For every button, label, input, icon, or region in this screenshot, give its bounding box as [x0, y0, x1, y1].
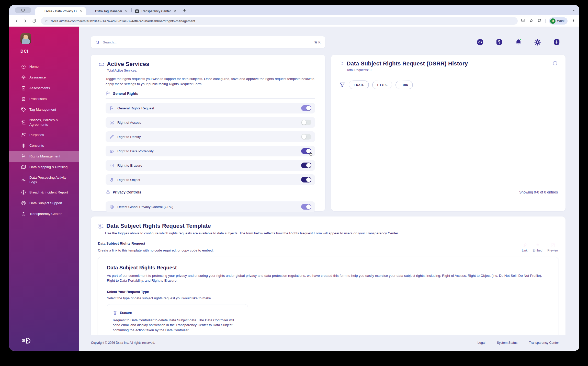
- tab-transparency-center[interactable]: Transparency Center: [132, 7, 179, 15]
- select-request-type-label: Select Your Request Type: [107, 290, 549, 294]
- tab-list-chevron-icon[interactable]: [572, 8, 576, 13]
- entries-count: Showing 0-0 of 0 entries: [339, 190, 558, 194]
- general-rights-section: General Rights: [106, 91, 315, 96]
- sidebar-item-processors[interactable]: Processors: [9, 94, 79, 104]
- service-row-right-to-data-portability[interactable]: Right to Data Portability: [106, 146, 315, 156]
- browser-tab-strip: Dxtra - Data Privacy First Dxtra Tag Man…: [9, 5, 579, 15]
- sidebar-item-rights-management[interactable]: Rights Management: [9, 151, 79, 162]
- extensions-icon[interactable]: [537, 18, 542, 24]
- toggle-right-to-rectify[interactable]: [301, 134, 311, 140]
- tab-close-icon[interactable]: [124, 9, 128, 13]
- service-row-right-to-rectify[interactable]: Right to Rectify: [106, 131, 315, 142]
- forward-button[interactable]: [21, 17, 29, 25]
- footer-link-legal[interactable]: Legal: [472, 341, 491, 345]
- tab-close-icon[interactable]: [79, 9, 83, 13]
- sidebar-item-assurance[interactable]: Assurance: [9, 72, 79, 83]
- settings-gear-icon[interactable]: [534, 39, 541, 46]
- reload-button[interactable]: [30, 17, 38, 25]
- link-help-text: Create a link to this template with no c…: [98, 248, 522, 252]
- template-actions: Link Embed Preview: [522, 243, 558, 252]
- service-label: Detect Global Privacy Control (GPC): [117, 205, 298, 209]
- tab-label: Dxtra Tag Manager: [95, 9, 122, 13]
- profile-avatar: D: [550, 18, 556, 24]
- sidebar-item-breach-report[interactable]: Breach & Incident Report: [9, 187, 79, 198]
- tab-dxtra-tag-manager[interactable]: Dxtra Tag Manager: [86, 7, 131, 15]
- rights-request-template-card: Data Subject Rights Request Template Use…: [91, 216, 566, 351]
- screenshot-stage: Dxtra - Data Privacy First Dxtra Tag Man…: [0, 0, 588, 366]
- filter-type-button[interactable]: + TYPE: [372, 81, 392, 89]
- flag-icon: [109, 106, 114, 111]
- toggle-right-of-access[interactable]: [301, 120, 311, 125]
- dxtra-logo: [9, 333, 79, 351]
- app-footer: Copyright © 2026 Dxtra Inc. All rights r…: [79, 335, 579, 351]
- profile-name: Work: [557, 19, 564, 23]
- sidebar-item-label: Processors: [29, 97, 47, 101]
- site-settings-icon[interactable]: [44, 19, 48, 24]
- toolbar-divider: [545, 19, 546, 23]
- toggle-right-to-object[interactable]: [301, 177, 311, 182]
- sidebar-item-label: Data Subject Support: [29, 201, 62, 205]
- search-input[interactable]: [103, 40, 311, 44]
- profile-chip[interactable]: D Work: [549, 17, 568, 25]
- tab-search-pill[interactable]: [15, 7, 31, 13]
- developer-code-button[interactable]: [477, 39, 484, 46]
- refresh-icon[interactable]: [552, 60, 558, 66]
- sidebar-item-home[interactable]: Home: [9, 61, 79, 72]
- sidebar-item-activity-logs[interactable]: Data Processing Activity Logs: [9, 173, 79, 187]
- main-content: ⌘ K Active Services Total Active: [79, 27, 579, 351]
- active-services-description: Toggle the rights requests you wish to s…: [106, 76, 315, 86]
- toggle-general-rights-request[interactable]: [301, 105, 311, 111]
- service-label: Right to Object: [117, 178, 298, 182]
- search-bar[interactable]: ⌘ K: [91, 36, 325, 48]
- filter-did-button[interactable]: + DID: [395, 81, 413, 89]
- service-row-right-to-object[interactable]: Right to Object: [106, 174, 315, 185]
- install-icon[interactable]: [521, 18, 525, 24]
- tab-close-icon[interactable]: [173, 9, 177, 13]
- flag-icon: [339, 61, 344, 67]
- service-row-right-of-access[interactable]: Right of Access: [106, 117, 315, 128]
- header-actions: [477, 39, 560, 46]
- sidebar-nav: Home Assurance Assessments Processors Ta…: [9, 61, 79, 219]
- back-button[interactable]: [13, 17, 20, 25]
- tab-dxtra-data-privacy[interactable]: Dxtra - Data Privacy First: [35, 7, 86, 15]
- new-tab-button[interactable]: [181, 7, 188, 14]
- sidebar-item-data-mapping[interactable]: Data Mapping & Profiling: [9, 162, 79, 173]
- bookmark-star-icon[interactable]: [529, 18, 534, 24]
- avatar[interactable]: [20, 33, 31, 44]
- erasure-option-card[interactable]: Erasure Request to Data Controller to de…: [107, 304, 248, 339]
- sidebar-item-tag-management[interactable]: Tag Management: [9, 104, 79, 115]
- preview-button[interactable]: Preview: [547, 243, 558, 252]
- service-row-right-to-erasure[interactable]: Right to Erasure: [106, 160, 315, 171]
- service-label: Right to Data Portability: [117, 149, 298, 153]
- menu-dots-icon[interactable]: [571, 18, 576, 24]
- sidebar-item-assessments[interactable]: Assessments: [9, 83, 79, 94]
- action-label: Preview: [547, 249, 558, 252]
- flag-icon: [21, 154, 26, 159]
- option-description: Request to Data Controller to delete Dat…: [113, 318, 242, 333]
- sidebar-item-notices-policies[interactable]: Notices, Policies & Agreements: [9, 115, 79, 130]
- sidebar-item-transparency-center[interactable]: Transparency Center: [9, 209, 79, 219]
- sidebar-item-consents[interactable]: Consents: [9, 140, 79, 151]
- url-bar[interactable]: dxtra.ai/data-controllers/e6b20ea2-1a7a-…: [41, 17, 518, 25]
- link-button[interactable]: Link: [522, 243, 527, 252]
- toggle-right-to-erasure[interactable]: [301, 163, 311, 168]
- filter-date-button[interactable]: + DATE: [349, 81, 369, 89]
- help-button[interactable]: [496, 39, 503, 46]
- url-text: dxtra.ai/data-controllers/e6b20ea2-1a7a-…: [51, 19, 195, 23]
- footer-link-system-status[interactable]: System Status: [491, 341, 523, 345]
- sidebar-item-data-subject-support[interactable]: Data Subject Support: [9, 198, 79, 209]
- service-row-gpc[interactable]: Detect Global Privacy Control (GPC): [106, 201, 315, 212]
- service-row-general-rights-request[interactable]: General Rights Request: [106, 103, 315, 113]
- org-name: DCI: [20, 49, 79, 54]
- sidebar-item-purposes[interactable]: Purposes: [9, 130, 79, 140]
- add-button[interactable]: [553, 39, 560, 46]
- sidebar-item-label: Data Processing Activity Logs: [29, 175, 75, 184]
- footer-link-transparency-center[interactable]: Transparency Center: [523, 341, 564, 345]
- portability-icon: [109, 149, 114, 154]
- embed-button[interactable]: Embed: [533, 243, 542, 252]
- notifications-bell-icon[interactable]: [515, 39, 522, 46]
- filter-funnel-icon[interactable]: [339, 82, 345, 88]
- trash-icon: [113, 311, 117, 315]
- service-label: Right to Erasure: [117, 164, 298, 167]
- toggle-gpc[interactable]: [301, 204, 311, 210]
